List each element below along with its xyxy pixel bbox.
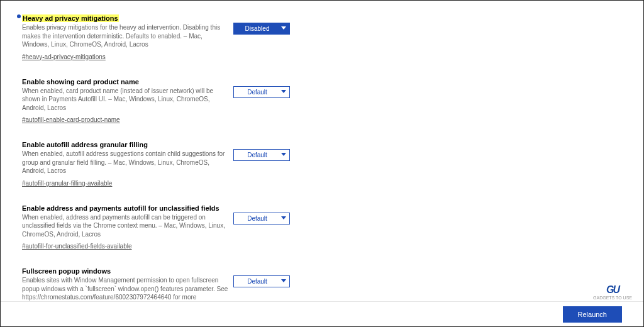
flag-title: Enable showing card product name (22, 78, 139, 86)
flag-state-select[interactable]: Default (233, 213, 290, 224)
flag-main: Enable showing card product nameWhen ena… (22, 75, 230, 125)
bottom-bar: Relaunch (1, 301, 643, 326)
relaunch-button[interactable]: Relaunch (563, 306, 622, 323)
flag-description: When enabled, address and payments autof… (22, 213, 230, 239)
flag-hash-link[interactable]: #heavy-ad-privacy-mitigations (22, 53, 106, 60)
flags-list: Heavy ad privacy mitigationsEnables priv… (1, 7, 643, 301)
flag-row: Enable showing card product nameWhen ena… (1, 70, 643, 134)
modified-dot-icon (17, 14, 21, 18)
flag-main: Heavy ad privacy mitigationsEnables priv… (22, 12, 230, 62)
flag-title: Heavy ad privacy mitigations (22, 14, 119, 22)
flag-main: Enable autofill address granular filling… (22, 138, 230, 188)
flag-row: Fullscreen popup windowsEnables sites wi… (1, 260, 643, 301)
flag-hash-link[interactable]: #autofill-enable-card-product-name (22, 116, 120, 123)
flag-hash-link[interactable]: #autofill-for-unclassified-fields-availa… (22, 243, 132, 250)
flag-state-select[interactable]: Default (233, 275, 290, 287)
flag-state-select[interactable]: Default (233, 86, 290, 98)
flag-select-wrap: Disabled (233, 12, 290, 35)
flag-row: Enable address and payments autofill for… (1, 197, 643, 260)
flag-title: Fullscreen popup windows (22, 267, 111, 275)
flag-select-wrap: Default (233, 75, 290, 98)
flag-state-select[interactable]: Default (233, 149, 290, 161)
flag-main: Enable address and payments autofill for… (22, 202, 230, 252)
flag-main: Fullscreen popup windowsEnables sites wi… (22, 265, 230, 301)
flags-scroll-area[interactable]: Heavy ad privacy mitigationsEnables priv… (1, 1, 643, 301)
flag-description: Enables sites with Window Management per… (22, 276, 230, 301)
flag-description: When enabled, autofill address suggestio… (22, 150, 230, 175)
flag-description: Enables privacy mitigations for the heav… (22, 23, 230, 49)
flag-state-select[interactable]: Disabled (233, 23, 290, 35)
flag-row: Heavy ad privacy mitigationsEnables priv… (1, 7, 643, 70)
flag-hash-link[interactable]: #autofill-granular-filling-available (22, 180, 112, 187)
flag-select-wrap: Default (233, 202, 290, 224)
flag-title: Enable address and payments autofill for… (22, 204, 219, 212)
flag-select-wrap: Default (233, 265, 290, 287)
flag-select-wrap: Default (233, 138, 290, 161)
flag-row: Enable autofill address granular filling… (1, 133, 643, 197)
flag-title: Enable autofill address granular filling (22, 141, 148, 148)
app-window: Heavy ad privacy mitigationsEnables priv… (0, 0, 644, 327)
flag-description: When enabled, card product name (instead… (22, 87, 230, 113)
